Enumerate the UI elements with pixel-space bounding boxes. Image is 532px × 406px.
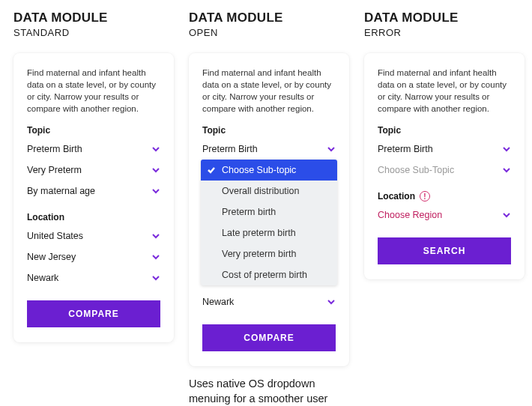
data-module-card: Find maternal and infant health data on … bbox=[189, 53, 349, 366]
chevron-down-icon bbox=[151, 166, 160, 175]
footnote: Uses native OS dropdown menuing for a sm… bbox=[189, 377, 349, 406]
location-select-state[interactable]: New Jersey bbox=[27, 246, 160, 267]
topic-label: Topic bbox=[27, 125, 160, 136]
columns-container: DATA MODULE STANDARD Find maternal and i… bbox=[13, 10, 519, 406]
card-description: Find maternal and infant health data on … bbox=[378, 67, 511, 115]
location-select-city[interactable]: Newark bbox=[27, 267, 160, 288]
location-label: Location bbox=[27, 212, 160, 222]
topic-label: Topic bbox=[202, 125, 336, 136]
topic-value: Preterm Birth bbox=[202, 144, 258, 154]
location-value: Newark bbox=[27, 273, 58, 283]
card-description: Find maternal and infant health data on … bbox=[27, 67, 160, 115]
topic-select-main[interactable]: Preterm Birth bbox=[378, 139, 511, 160]
location-label-error: Location ! bbox=[378, 191, 511, 202]
topic-select-main[interactable]: Preterm Birth bbox=[27, 139, 160, 160]
location-select-region[interactable]: Choose Region bbox=[378, 204, 511, 225]
location-value: United States bbox=[27, 231, 83, 241]
location-value: Newark bbox=[202, 297, 234, 307]
dropdown-option[interactable]: Overall distribution bbox=[201, 181, 337, 202]
compare-button[interactable]: COMPARE bbox=[202, 324, 336, 351]
location-select-country[interactable]: United States bbox=[27, 225, 160, 246]
topic-select-detail[interactable]: By maternal age bbox=[27, 181, 160, 202]
topic-select-sub[interactable]: Choose Sub-Topic bbox=[378, 160, 511, 181]
search-button[interactable]: SEARCH bbox=[378, 237, 511, 264]
chevron-down-icon bbox=[327, 297, 336, 306]
chevron-down-icon bbox=[502, 145, 511, 154]
topic-value: Preterm Birth bbox=[27, 144, 82, 154]
chevron-down-icon bbox=[151, 252, 160, 261]
column-subtitle: ERROR bbox=[364, 27, 525, 38]
dropdown-option-selected[interactable]: Choose Sub-topic bbox=[201, 160, 337, 181]
error-icon: ! bbox=[420, 191, 430, 202]
subtopic-dropdown[interactable]: Choose Sub-topic Overall distribution Pr… bbox=[201, 160, 337, 285]
topic-value: Preterm Birth bbox=[378, 144, 433, 154]
dropdown-option[interactable]: Cost of preterm birth bbox=[201, 264, 337, 285]
column-open: DATA MODULE OPEN Find maternal and infan… bbox=[189, 10, 349, 406]
column-subtitle: OPEN bbox=[189, 27, 349, 38]
location-value: New Jersey bbox=[27, 252, 76, 262]
dropdown-option[interactable]: Very preterm birth bbox=[201, 243, 337, 264]
card-description: Find maternal and infant health data on … bbox=[202, 67, 336, 115]
location-select-city[interactable]: Newark bbox=[202, 291, 336, 312]
chevron-down-icon bbox=[502, 210, 511, 219]
data-module-card: Find maternal and infant health data on … bbox=[13, 53, 174, 342]
location-label-text: Location bbox=[378, 191, 415, 202]
chevron-down-icon bbox=[327, 145, 336, 154]
topic-value: By maternal age bbox=[27, 186, 95, 196]
dropdown-option[interactable]: Late preterm birth bbox=[201, 222, 337, 243]
chevron-down-icon bbox=[151, 187, 160, 196]
chevron-down-icon bbox=[151, 231, 160, 240]
compare-button[interactable]: COMPARE bbox=[27, 300, 160, 327]
column-standard: DATA MODULE STANDARD Find maternal and i… bbox=[13, 10, 174, 342]
topic-value: Very Preterm bbox=[27, 165, 82, 175]
check-icon bbox=[207, 166, 216, 175]
topic-label: Topic bbox=[378, 125, 511, 136]
topic-select-main[interactable]: Preterm Birth bbox=[202, 139, 336, 160]
dropdown-option[interactable]: Preterm birth bbox=[201, 202, 337, 222]
column-title: DATA MODULE bbox=[189, 10, 349, 25]
dropdown-option-label: Choose Sub-topic bbox=[222, 165, 296, 175]
column-title: DATA MODULE bbox=[13, 10, 174, 25]
location-placeholder: Choose Region bbox=[378, 210, 442, 220]
column-title: DATA MODULE bbox=[364, 10, 525, 25]
topic-select-sub[interactable]: Very Preterm bbox=[27, 160, 160, 181]
column-error: DATA MODULE ERROR Find maternal and infa… bbox=[364, 10, 525, 279]
chevron-down-icon bbox=[502, 166, 511, 175]
topic-placeholder: Choose Sub-Topic bbox=[378, 165, 454, 175]
data-module-card: Find maternal and infant health data on … bbox=[364, 53, 525, 279]
column-subtitle: STANDARD bbox=[13, 27, 174, 38]
chevron-down-icon bbox=[151, 273, 160, 282]
chevron-down-icon bbox=[151, 145, 160, 154]
